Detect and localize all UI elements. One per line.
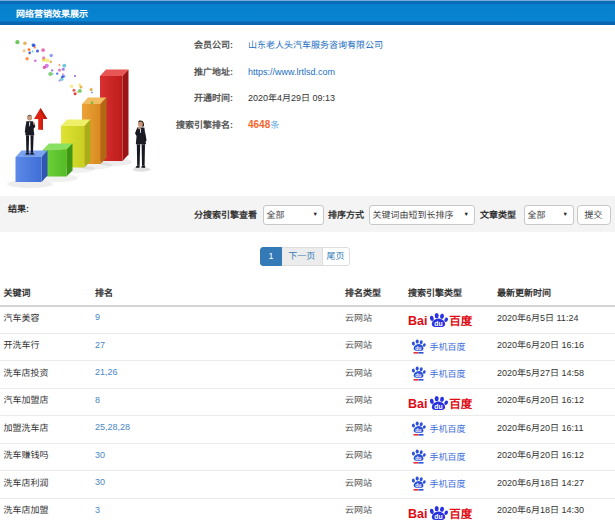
col-updated: 最新更新时间 (497, 276, 615, 306)
rank-type-cell: 云网站 (345, 443, 408, 471)
mobile-baidu-logo: du 手机百度 (410, 449, 466, 464)
rank-type-cell: 云网站 (345, 471, 408, 499)
svg-text:du: du (415, 344, 421, 350)
keyword-cell: 洗车店加盟 (0, 498, 95, 520)
page-title: 网络营销效果展示 (0, 0, 615, 25)
table-row: 洗车赚钱吗30云网站 du 手机百度 2020年6月20日 16:12 (0, 443, 615, 471)
baidu-paw-du: du (434, 512, 442, 519)
sort-select-value: 关键词由短到长排序 (373, 210, 454, 220)
pagination: 1 下一页 尾页 (260, 247, 350, 266)
engine-cell: Bai du 百度 (408, 306, 497, 334)
mobile-baidu-logo: du 手机百度 (410, 366, 466, 381)
rank-cell: 25,28,28 (95, 416, 345, 444)
table-row: 汽车美容9云网站 Bai du 百度 2020年6月5日 11:24 (0, 306, 615, 334)
baidu-paw-du: du (434, 402, 442, 409)
svg-text:du: du (415, 427, 421, 433)
updated-cell: 2020年6月20日 16:12 (497, 388, 615, 416)
sort-label: 排序方式 (328, 210, 364, 220)
keyword-cell: 洗车赚钱吗 (0, 443, 95, 471)
table-row: 开洗车行27云网站 du 手机百度 2020年6月20日 16:16 (0, 333, 615, 361)
mobile-baidu-logo: du 手机百度 (410, 476, 466, 491)
sort-select[interactable]: 关键词由短到长排序▼ (369, 205, 475, 225)
result-label: 结果: (8, 204, 29, 214)
mobile-baidu-icon: du (410, 449, 427, 464)
rank-cell: 30 (95, 443, 345, 471)
person-left (23, 115, 36, 156)
article-type-select-value: 全部 (528, 210, 546, 220)
baidu-wordmark-cjk: 百度 (449, 505, 472, 520)
company-link[interactable]: 山东老人头汽车服务咨询有限公司 (248, 40, 383, 50)
rank-type-cell: 云网站 (345, 388, 408, 416)
rank-type-cell: 云网站 (345, 306, 408, 334)
mobile-baidu-icon: du (410, 476, 427, 491)
filter-bar: 结果: 分搜索引擎查看 全部▼ 排序方式 关键词由短到长排序▼ 文章类型 全部▼… (0, 196, 615, 232)
article-type-select[interactable]: 全部▼ (524, 205, 574, 225)
info-section: 会员公司:山东老人头汽车服务咨询有限公司 推广地址:https://www.lr… (0, 25, 615, 196)
rank-count-suffix: 条 (270, 120, 279, 130)
col-keyword: 关键词 (0, 276, 95, 306)
last-page-button[interactable]: 尾页 (322, 247, 350, 266)
mobile-baidu-logo: du 手机百度 (410, 339, 466, 354)
mobile-baidu-icon: du (410, 421, 427, 436)
baidu-wordmark-latin: Bai (408, 506, 427, 520)
rank-cell: 8 (95, 388, 345, 416)
keyword-cell: 洗车店投资 (0, 361, 95, 389)
rank-type-cell: 云网站 (345, 498, 408, 520)
rank-type-cell: 云网站 (345, 333, 408, 361)
rank-cell: 21,26 (95, 361, 345, 389)
promo-url-link[interactable]: https://www.lrtlsd.com (248, 67, 335, 77)
updated-cell: 2020年6月5日 11:24 (497, 306, 615, 334)
rank-cell: 3 (95, 498, 345, 520)
table-row: 洗车店投资21,26云网站 du 手机百度 2020年5月27日 14:58 (0, 361, 615, 389)
updated-cell: 2020年6月20日 16:11 (497, 416, 615, 444)
submit-button[interactable]: 提交 (577, 205, 611, 225)
svg-text:du: du (415, 372, 421, 378)
mobile-baidu-label: 手机百度 (430, 367, 466, 380)
engine-cell: du 手机百度 (408, 416, 497, 444)
bar-chart-illustration (0, 28, 165, 193)
col-rank: 排名 (95, 276, 345, 306)
engine-select-value: 全部 (267, 210, 285, 220)
svg-text:du: du (415, 482, 421, 488)
engine-cell: du 手机百度 (408, 333, 497, 361)
table-header-row: 关键词 排名 排名类型 搜索引擎类型 最新更新时间 (0, 276, 615, 306)
updated-cell: 2020年6月18日 14:27 (497, 471, 615, 499)
mobile-baidu-logo: du 手机百度 (410, 421, 466, 436)
mobile-baidu-label: 手机百度 (430, 422, 466, 435)
svg-text:du: du (415, 454, 421, 460)
updated-cell: 2020年6月18日 14:30 (497, 498, 615, 520)
engine-cell: du 手机百度 (408, 443, 497, 471)
engine-cell: Bai du 百度 (408, 498, 497, 520)
mobile-baidu-label: 手机百度 (430, 340, 466, 353)
table-row: 加盟洗车店25,28,28云网站 du 手机百度 2020年6月20日 16:1… (0, 416, 615, 444)
engine-select[interactable]: 全部▼ (263, 205, 324, 225)
baidu-logo: Bai du 百度 (408, 504, 474, 520)
page-1-button[interactable]: 1 (260, 247, 282, 266)
keyword-cell: 洗车店利润 (0, 471, 95, 499)
baidu-wordmark-latin: Bai (408, 396, 427, 410)
keyword-cell: 加盟洗车店 (0, 416, 95, 444)
col-engine-type: 搜索引擎类型 (408, 276, 497, 306)
chevron-down-icon: ▼ (313, 206, 318, 223)
table-row: 洗车店加盟3云网站 Bai du 百度 2020年6月18日 14:30 (0, 498, 615, 520)
results-table: 关键词 排名 排名类型 搜索引擎类型 最新更新时间 汽车美容9云网站 Bai d… (0, 276, 615, 520)
baidu-logo: Bai du 百度 (408, 311, 474, 328)
next-page-button[interactable]: 下一页 (281, 247, 323, 266)
keyword-cell: 汽车加盟店 (0, 388, 95, 416)
up-arrow (34, 108, 47, 130)
baidu-paw-du: du (434, 320, 442, 327)
table-row: 洗车店利润30云网站 du 手机百度 2020年6月18日 14:27 (0, 471, 615, 499)
table-row: 汽车加盟店8云网站 Bai du 百度 2020年6月20日 16:12 (0, 388, 615, 416)
mobile-baidu-icon: du (410, 366, 427, 381)
rank-type-cell: 云网站 (345, 361, 408, 389)
updated-cell: 2020年6月20日 16:16 (497, 333, 615, 361)
rank-cell: 30 (95, 471, 345, 499)
chevron-down-icon: ▼ (563, 206, 568, 223)
keyword-cell: 开洗车行 (0, 333, 95, 361)
updated-cell: 2020年5月27日 14:58 (497, 361, 615, 389)
opened-time-value: 2020年4月29日 09:13 (248, 93, 335, 103)
mobile-baidu-label: 手机百度 (430, 450, 466, 463)
article-type-label: 文章类型 (480, 210, 516, 220)
person-right (135, 120, 147, 167)
updated-cell: 2020年6月20日 16:12 (497, 443, 615, 471)
